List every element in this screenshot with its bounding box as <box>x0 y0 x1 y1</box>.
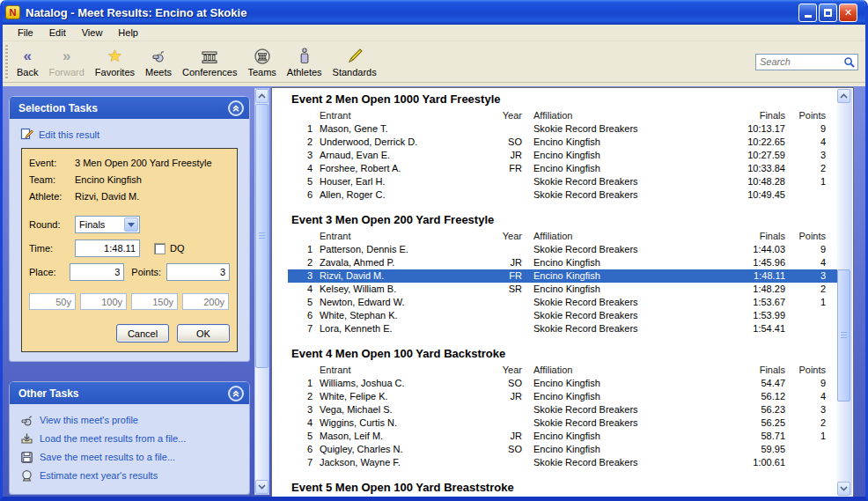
result-row[interactable]: 2White, Felipe K.JREncino Kingfish56.124 <box>288 390 837 403</box>
result-row[interactable]: 1Williams, Joshua C.SOEncino Kingfish54.… <box>288 377 837 390</box>
result-cell: Skokie Record Breakers <box>522 456 736 469</box>
place-input[interactable] <box>70 263 124 281</box>
result-cell: Skokie Record Breakers <box>522 322 736 335</box>
favorites-button[interactable]: ★ Favorites <box>90 42 140 81</box>
dq-checkbox[interactable] <box>154 243 166 254</box>
back-button[interactable]: « Back <box>11 42 43 81</box>
result-cell: 3 <box>785 149 826 162</box>
scrollbar-thumb[interactable] <box>255 104 268 368</box>
close-icon: ✕ <box>844 7 852 18</box>
split-200-input[interactable] <box>182 293 229 310</box>
result-cell: 1:53.99 <box>736 309 785 322</box>
view-meet-profile-link[interactable]: View this meet's profile <box>15 411 244 430</box>
result-cell <box>785 188 826 202</box>
minimize-button[interactable] <box>798 4 817 22</box>
taskpane-scrollbar[interactable] <box>254 88 269 495</box>
split-50-input[interactable] <box>29 293 76 310</box>
close-button[interactable]: ✕ <box>839 4 857 22</box>
selection-tasks-header[interactable]: Selection Tasks <box>10 97 249 119</box>
save-results-link[interactable]: Save the meet results to a file... <box>15 448 244 467</box>
result-row[interactable]: 1Patterson, Dennis E.Skokie Record Break… <box>288 243 837 256</box>
result-cell: 3 <box>291 269 313 283</box>
result-cell: 54.47 <box>736 377 785 390</box>
scroll-down-icon[interactable] <box>837 482 850 496</box>
menu-file[interactable]: File <box>10 26 41 40</box>
search-icon[interactable] <box>843 56 856 69</box>
scroll-up-icon[interactable] <box>837 89 850 103</box>
whistle-icon <box>20 414 33 427</box>
scrollbar-thumb[interactable] <box>837 269 850 402</box>
meets-button[interactable]: Meets <box>140 42 177 81</box>
maximize-button[interactable] <box>819 4 837 22</box>
result-row[interactable]: 5Newton, Edward W.Skokie Record Breakers… <box>288 296 837 309</box>
results-header-row: EntrantYearAffiliationFinalsPoints <box>288 230 837 243</box>
result-row[interactable]: 1Mason, Gene T.Skokie Record Breakers10:… <box>288 122 837 136</box>
menu-edit[interactable]: Edit <box>41 26 74 40</box>
scroll-up-icon[interactable] <box>255 89 268 103</box>
menu-view[interactable]: View <box>74 26 111 40</box>
result-cell: Jackson, Wayne F. <box>313 456 496 469</box>
chevron-down-icon[interactable] <box>124 217 138 232</box>
result-cell: FR <box>496 269 522 283</box>
result-row[interactable]: 6Quigley, Charles N.SOEncino Kingfish59.… <box>288 443 837 456</box>
result-cell: 4 <box>291 283 313 296</box>
split-150-input[interactable] <box>131 293 178 310</box>
split-100-input[interactable] <box>80 293 127 310</box>
result-cell: Allen, Roger C. <box>313 188 496 202</box>
result-cell: White, Felipe K. <box>313 390 496 403</box>
conferences-button[interactable]: Conferences <box>177 42 242 81</box>
result-row[interactable]: 4Forshee, Robert A.FREncino Kingfish10:3… <box>288 162 837 175</box>
ok-button[interactable]: OK <box>177 324 230 343</box>
result-row[interactable]: 6White, Stephan K.Skokie Record Breakers… <box>288 309 837 322</box>
result-row[interactable]: 7Lora, Kenneth E.Skokie Record Breakers1… <box>288 322 837 335</box>
edit-result-link[interactable]: Edit this result <box>15 126 244 148</box>
result-row[interactable]: 5Mason, Leif M.JREncino Kingfish58.711 <box>288 430 837 443</box>
result-row[interactable]: 5Houser, Earl H.Skokie Record Breakers10… <box>288 175 837 188</box>
result-row[interactable]: 6Allen, Roger C.Skokie Record Breakers10… <box>288 188 837 202</box>
edit-icon <box>20 128 33 141</box>
scroll-down-icon[interactable] <box>255 480 268 494</box>
other-tasks-header[interactable]: Other Tasks <box>10 382 249 404</box>
result-cell <box>496 322 522 335</box>
column-header: Entrant <box>313 109 496 122</box>
result-cell: 1 <box>785 175 826 188</box>
points-input[interactable] <box>166 263 230 281</box>
result-cell <box>496 122 522 136</box>
result-cell: Mason, Leif M. <box>313 430 496 443</box>
results-list: Event 2 Men Open 1000 Yard FreestyleEntr… <box>272 88 837 497</box>
toolbar-grip[interactable] <box>5 45 8 78</box>
standards-button[interactable]: Standards <box>327 42 382 81</box>
result-cell: 3 <box>785 403 826 416</box>
cancel-button[interactable]: Cancel <box>116 324 169 343</box>
result-cell: White, Stephan K. <box>313 309 496 322</box>
column-header: Points <box>785 109 826 122</box>
round-select[interactable]: Finals <box>75 216 140 233</box>
other-tasks-title: Other Tasks <box>18 387 228 400</box>
result-row[interactable]: 3Vega, Michael S.Skokie Record Breakers5… <box>288 403 837 416</box>
time-input[interactable] <box>75 239 140 257</box>
result-row[interactable]: 2Zavala, Ahmed P.JREncino Kingfish1:45.9… <box>288 256 837 269</box>
result-row[interactable]: 4Wiggins, Curtis N.Skokie Record Breaker… <box>288 416 837 430</box>
person-icon <box>298 47 311 66</box>
time-label: Time: <box>29 243 75 254</box>
column-header: Affiliation <box>522 230 736 243</box>
result-row[interactable]: 7Jackson, Wayne F.Skokie Record Breakers… <box>288 456 837 469</box>
load-results-link[interactable]: Load the meet results from a file... <box>15 430 244 448</box>
menu-help[interactable]: Help <box>110 26 146 40</box>
results-scrollbar[interactable] <box>837 89 852 496</box>
athletes-button[interactable]: Athletes <box>282 42 327 81</box>
athlete-value: Rizvi, David M. <box>75 191 139 202</box>
column-header: Year <box>496 230 522 243</box>
result-row[interactable]: 2Underwood, Derrick D.SOEncino Kingfish1… <box>288 136 837 149</box>
result-row[interactable]: 4Kelsey, William B.SREncino Kingfish1:48… <box>288 283 837 296</box>
teams-button[interactable]: Teams <box>242 42 281 81</box>
collapse-chevron-icon[interactable] <box>228 386 244 402</box>
estimate-results-link[interactable]: Estimate next year's results <box>15 467 244 485</box>
result-cell <box>496 188 522 202</box>
result-cell: 1 <box>785 296 826 309</box>
result-edit-form: Event: 3 Men Open 200 Yard Freestyle Tea… <box>21 148 238 352</box>
result-row[interactable]: 3Arnaud, Evan E.JREncino Kingfish10:27.5… <box>288 149 837 162</box>
collapse-chevron-icon[interactable] <box>228 100 244 116</box>
result-row[interactable]: 3Rizvi, David M.FREncino Kingfish1:48.11… <box>288 269 837 283</box>
result-cell: 4 <box>291 162 313 175</box>
